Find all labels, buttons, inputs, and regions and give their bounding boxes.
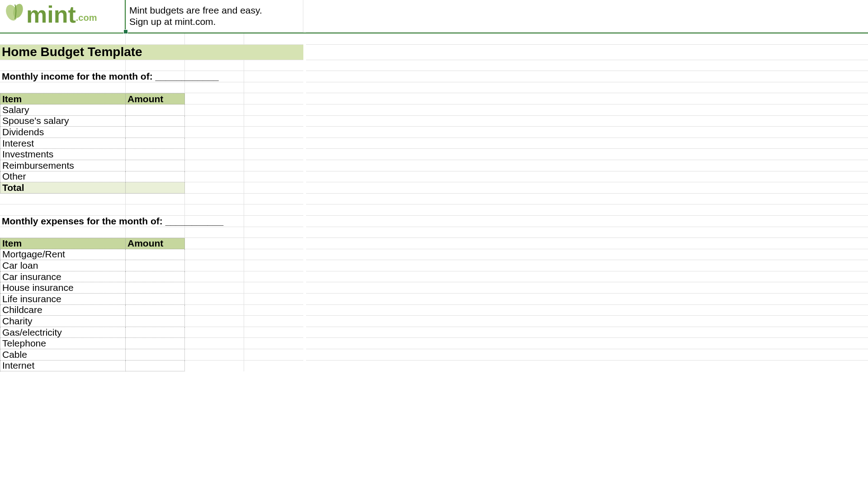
table-row: Investments <box>0 149 868 160</box>
amount-cell[interactable] <box>126 260 185 271</box>
table-row: Cable <box>0 349 868 361</box>
table-row: Other <box>0 171 868 183</box>
income-table-header: Item Amount <box>0 93 868 104</box>
table-row: Internet <box>0 361 868 372</box>
item-cell[interactable]: Investments <box>0 149 126 160</box>
logo-text: mint <box>26 3 76 26</box>
item-cell[interactable]: Other <box>0 171 126 183</box>
expenses-header-item: Item <box>0 238 126 249</box>
table-row: Reimbursements <box>0 160 868 171</box>
amount-cell[interactable] <box>126 294 185 305</box>
item-cell[interactable]: Cable <box>0 349 126 361</box>
tagline-cell: Mint budgets are free and easy. Sign up … <box>126 0 303 33</box>
item-cell[interactable]: Life insurance <box>0 294 126 305</box>
logo-cell: mint .com <box>0 0 126 33</box>
amount-cell[interactable] <box>126 282 185 294</box>
mint-logo: mint .com <box>4 0 97 33</box>
item-cell[interactable]: Dividends <box>0 127 126 138</box>
table-row: Spouse's salary <box>0 116 868 127</box>
expenses-table-header: Item Amount <box>0 238 868 249</box>
table-row: Interest <box>0 138 868 149</box>
income-total-amount[interactable] <box>126 182 185 194</box>
item-cell[interactable]: Interest <box>0 138 126 149</box>
amount-cell[interactable] <box>126 361 185 372</box>
empty-cell[interactable] <box>306 0 868 33</box>
amount-cell[interactable] <box>126 160 185 171</box>
income-section-label: Monthly income for the month of: _______… <box>2 71 219 82</box>
header-row: mint .com Mint budgets are free and easy… <box>0 0 868 33</box>
item-cell[interactable]: Childcare <box>0 305 126 316</box>
expenses-section-label: Monthly expenses for the month of: _____… <box>2 216 223 227</box>
income-total-label: Total <box>0 182 126 194</box>
amount-cell[interactable] <box>126 127 185 138</box>
amount-cell[interactable] <box>126 104 185 116</box>
title-row: Home Budget Template <box>0 45 868 60</box>
tagline-line1: Mint budgets are free and easy. <box>129 5 262 16</box>
table-row: Charity <box>0 316 868 327</box>
logo-suffix: .com <box>76 13 97 23</box>
spreadsheet: mint .com Mint budgets are free and easy… <box>0 0 868 371</box>
table-row: Childcare <box>0 305 868 316</box>
item-cell[interactable]: Gas/electricity <box>0 327 126 338</box>
amount-cell[interactable] <box>126 171 185 183</box>
leaf-icon <box>4 0 26 23</box>
amount-cell[interactable] <box>126 249 185 261</box>
expenses-section-label-row: Monthly expenses for the month of: _____… <box>0 216 868 227</box>
item-cell[interactable]: Reimbursements <box>0 160 126 171</box>
income-header-item: Item <box>0 93 126 104</box>
amount-cell[interactable] <box>126 271 185 283</box>
amount-cell[interactable] <box>126 149 185 160</box>
item-cell[interactable]: Mortgage/Rent <box>0 249 126 261</box>
amount-cell[interactable] <box>126 316 185 327</box>
table-row: Dividends <box>0 127 868 138</box>
table-row: Car loan <box>0 260 868 271</box>
table-row: Salary <box>0 104 868 116</box>
item-cell[interactable]: Charity <box>0 316 126 327</box>
item-cell[interactable]: Telephone <box>0 338 126 349</box>
table-row: Car insurance <box>0 271 868 283</box>
amount-cell[interactable] <box>126 327 185 338</box>
table-row: Mortgage/Rent <box>0 249 868 261</box>
amount-cell[interactable] <box>126 305 185 316</box>
expenses-header-amount: Amount <box>126 238 185 249</box>
amount-cell[interactable] <box>126 349 185 361</box>
tagline-line2: Sign up at mint.com. <box>129 16 262 27</box>
table-row: Life insurance <box>0 294 868 305</box>
table-row: Gas/electricity <box>0 327 868 338</box>
item-cell[interactable]: House insurance <box>0 282 126 294</box>
item-cell[interactable]: Car loan <box>0 260 126 271</box>
item-cell[interactable]: Salary <box>0 104 126 116</box>
income-section-label-row: Monthly income for the month of: _______… <box>0 71 868 82</box>
table-row: Telephone <box>0 338 868 349</box>
income-total-row: Total <box>0 182 868 194</box>
item-cell[interactable]: Car insurance <box>0 271 126 283</box>
amount-cell[interactable] <box>126 116 185 127</box>
income-header-amount: Amount <box>126 93 185 104</box>
blank-row <box>0 33 868 45</box>
amount-cell[interactable] <box>126 138 185 149</box>
item-cell[interactable]: Spouse's salary <box>0 116 126 127</box>
page-title: Home Budget Template <box>0 45 303 60</box>
item-cell[interactable]: Internet <box>0 361 126 372</box>
amount-cell[interactable] <box>126 338 185 349</box>
table-row: House insurance <box>0 282 868 294</box>
